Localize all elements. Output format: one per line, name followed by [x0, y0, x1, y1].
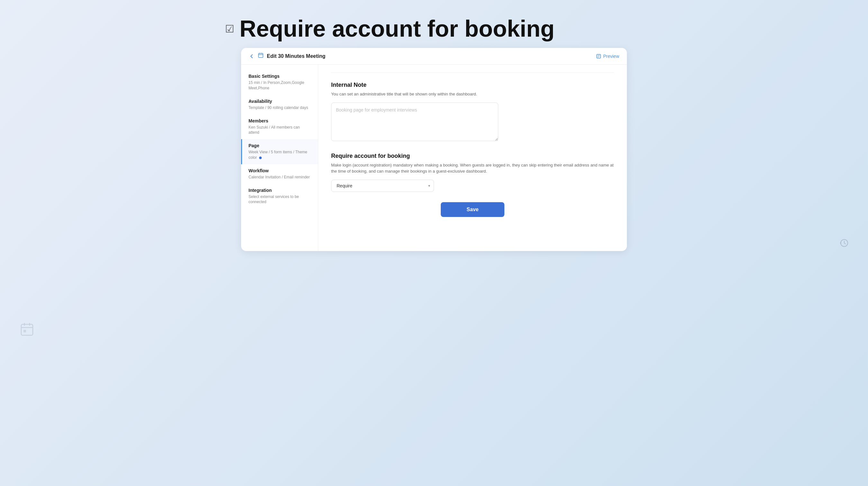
- sidebar-item-availability[interactable]: Availability Template / 90 rolling calen…: [241, 95, 318, 115]
- sidebar-item-workflow[interactable]: Workflow Calendar Invitation / Email rem…: [241, 164, 318, 184]
- save-button[interactable]: Save: [441, 202, 504, 217]
- sidebar-integration-subtitle: Select external services to be connected: [248, 194, 311, 205]
- internal-note-title: Internal Note: [331, 82, 614, 88]
- sidebar-page-title: Page: [248, 143, 311, 148]
- require-account-title: Require account for booking: [331, 153, 614, 159]
- hero-title: Require account for booking: [240, 16, 555, 41]
- svg-point-3: [840, 242, 841, 244]
- internal-note-textarea[interactable]: [331, 102, 498, 141]
- require-account-select[interactable]: Require Optional Disabled: [331, 180, 434, 192]
- hero-header: ☑ Require account for booking: [225, 6, 643, 48]
- sidebar: Basic Settings 15 min / In Person,Zoom,G…: [241, 65, 318, 251]
- sidebar-workflow-subtitle: Calendar Invitation / Email reminder: [248, 174, 311, 180]
- sidebar-members-title: Members: [248, 118, 311, 123]
- require-account-description: Make login (account registration) mandat…: [331, 162, 614, 174]
- svg-rect-0: [258, 53, 263, 58]
- internal-note-section: Internal Note You can set an administrat…: [331, 82, 614, 142]
- sidebar-item-page[interactable]: Page Week View / 5 form items / Theme co…: [241, 139, 318, 164]
- left-calendar-icon: [19, 322, 35, 340]
- sidebar-members-subtitle: Ken Suzuki / All members can attend: [248, 125, 311, 136]
- main-card: Edit 30 Minutes Meeting Preview Basic Se…: [241, 48, 627, 251]
- hero-checkmark-icon: ☑: [225, 23, 235, 35]
- back-button[interactable]: [249, 53, 255, 59]
- sidebar-workflow-title: Workflow: [248, 168, 311, 173]
- main-content: Internal Note You can set an administrat…: [318, 65, 627, 251]
- preview-button[interactable]: Preview: [596, 54, 619, 59]
- sidebar-page-subtitle: Week View / 5 form items / Theme color: [248, 150, 311, 160]
- top-bar: Edit 30 Minutes Meeting Preview: [241, 48, 627, 65]
- require-select-wrapper: Require Optional Disabled ▾: [331, 180, 434, 192]
- top-bar-left: Edit 30 Minutes Meeting: [249, 53, 326, 60]
- preview-label: Preview: [603, 54, 619, 59]
- sidebar-availability-subtitle: Template / 90 rolling calendar days: [248, 105, 311, 110]
- sidebar-item-members[interactable]: Members Ken Suzuki / All members can att…: [241, 115, 318, 139]
- right-clock-icon: [840, 238, 849, 248]
- sidebar-item-basic-settings[interactable]: Basic Settings 15 min / In Person,Zoom,G…: [241, 70, 318, 95]
- sidebar-basic-settings-title: Basic Settings: [248, 74, 311, 79]
- sidebar-item-integration[interactable]: Integration Select external services to …: [241, 184, 318, 209]
- top-divider: [331, 72, 614, 73]
- edit-meeting-title: Edit 30 Minutes Meeting: [267, 53, 326, 59]
- require-account-section: Require account for booking Make login (…: [331, 153, 614, 192]
- save-button-wrapper: Save: [331, 202, 614, 217]
- svg-rect-5: [24, 330, 26, 332]
- internal-note-description: You can set an administrative title that…: [331, 91, 614, 97]
- page-dot-indicator: [259, 157, 262, 159]
- sidebar-availability-title: Availability: [248, 99, 311, 104]
- card-body: Basic Settings 15 min / In Person,Zoom,G…: [241, 65, 627, 251]
- svg-rect-4: [21, 324, 33, 335]
- sidebar-integration-title: Integration: [248, 188, 311, 193]
- calendar-icon: [258, 53, 264, 60]
- sidebar-basic-settings-subtitle: 15 min / In Person,Zoom,Google Meet,Phon…: [248, 80, 311, 91]
